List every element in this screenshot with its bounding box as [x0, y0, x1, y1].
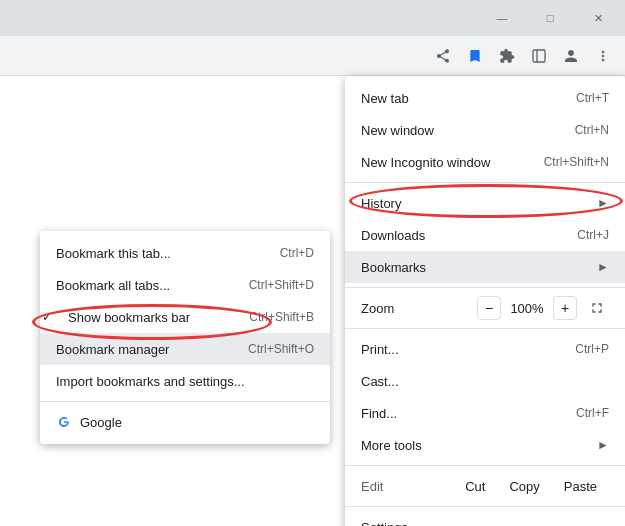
menu-item-new-window[interactable]: New window Ctrl+N: [345, 114, 625, 146]
sidebar-item-bookmark-tab[interactable]: Bookmark this tab... Ctrl+D: [40, 237, 330, 269]
settings-label: Settings: [361, 520, 609, 527]
zoom-label: Zoom: [361, 301, 469, 316]
bookmark-tab-label: Bookmark this tab...: [56, 246, 248, 261]
google-icon: [56, 414, 72, 430]
minimize-button[interactable]: —: [479, 0, 525, 36]
downloads-shortcut: Ctrl+J: [577, 228, 609, 242]
incognito-shortcut: Ctrl+Shift+N: [544, 155, 609, 169]
bookmark-all-label: Bookmark all tabs...: [56, 278, 217, 293]
window-frame: — □ ✕: [0, 0, 625, 526]
menu-item-incognito[interactable]: New Incognito window Ctrl+Shift+N: [345, 146, 625, 178]
menu-item-cast[interactable]: Cast...: [345, 365, 625, 397]
avatar-icon[interactable]: [557, 42, 585, 70]
bookmark-star-icon[interactable]: [461, 42, 489, 70]
bookmarks-submenu: Bookmark this tab... Ctrl+D Bookmark all…: [40, 231, 330, 444]
zoom-out-button[interactable]: −: [477, 296, 501, 320]
sidebar-item-bookmark-all[interactable]: Bookmark all tabs... Ctrl+Shift+D: [40, 269, 330, 301]
edit-row: Edit Cut Copy Paste: [345, 470, 625, 502]
maximize-icon: □: [547, 12, 554, 24]
title-bar: — □ ✕: [0, 0, 625, 36]
bookmark-manager-shortcut: Ctrl+Shift+O: [248, 342, 314, 356]
svg-rect-0: [533, 50, 545, 62]
find-label: Find...: [361, 406, 576, 421]
sidebar-item-show-bar[interactable]: ✓ Show bookmarks bar Ctrl+Shift+B: [40, 301, 330, 333]
share-icon[interactable]: [429, 42, 457, 70]
new-window-shortcut: Ctrl+N: [575, 123, 609, 137]
sidebar-item-google[interactable]: Google: [40, 406, 330, 438]
maximize-button[interactable]: □: [527, 0, 573, 36]
new-tab-shortcut: Ctrl+T: [576, 91, 609, 105]
toolbar: [0, 36, 625, 76]
menu-icon[interactable]: [589, 42, 617, 70]
window-controls: — □ ✕: [479, 0, 621, 36]
menu-item-bookmarks[interactable]: Bookmarks ►: [345, 251, 625, 283]
downloads-label: Downloads: [361, 228, 577, 243]
history-arrow-icon: ►: [597, 196, 609, 210]
fullscreen-button[interactable]: [585, 296, 609, 320]
checkmark-icon: ✓: [42, 310, 52, 324]
divider-4: [345, 465, 625, 466]
sidebar-item-bookmark-manager[interactable]: Bookmark manager Ctrl+Shift+O: [40, 333, 330, 365]
main-content: Bookmark this tab... Ctrl+D Bookmark all…: [0, 76, 625, 526]
divider-3: [345, 328, 625, 329]
sidebar-item-import[interactable]: Import bookmarks and settings...: [40, 365, 330, 397]
bookmark-all-shortcut: Ctrl+Shift+D: [249, 278, 314, 292]
extension-icon[interactable]: [493, 42, 521, 70]
show-bar-label: Show bookmarks bar: [56, 310, 217, 325]
main-menu: New tab Ctrl+T New window Ctrl+N New Inc…: [345, 76, 625, 526]
print-label: Print...: [361, 342, 575, 357]
menu-item-history[interactable]: History ►: [345, 187, 625, 219]
show-bar-shortcut: Ctrl+Shift+B: [249, 310, 314, 324]
divider-1: [345, 182, 625, 183]
divider-5: [345, 506, 625, 507]
close-icon: ✕: [594, 12, 603, 25]
menu-item-new-tab[interactable]: New tab Ctrl+T: [345, 82, 625, 114]
sidebar-icon[interactable]: [525, 42, 553, 70]
cut-button[interactable]: Cut: [453, 477, 497, 496]
submenu-divider: [40, 401, 330, 402]
import-label: Import bookmarks and settings...: [56, 374, 314, 389]
menu-item-settings[interactable]: Settings: [345, 511, 625, 526]
paste-button[interactable]: Paste: [552, 477, 609, 496]
divider-2: [345, 287, 625, 288]
new-window-label: New window: [361, 123, 575, 138]
bookmarks-arrow-icon: ►: [597, 260, 609, 274]
more-tools-label: More tools: [361, 438, 589, 453]
zoom-value: 100%: [509, 301, 545, 316]
copy-button[interactable]: Copy: [497, 477, 551, 496]
zoom-in-button[interactable]: +: [553, 296, 577, 320]
menu-item-find[interactable]: Find... Ctrl+F: [345, 397, 625, 429]
menu-item-more-tools[interactable]: More tools ►: [345, 429, 625, 461]
incognito-label: New Incognito window: [361, 155, 544, 170]
history-label: History: [361, 196, 589, 211]
new-tab-label: New tab: [361, 91, 576, 106]
edit-label: Edit: [361, 479, 453, 494]
cast-label: Cast...: [361, 374, 609, 389]
more-tools-arrow-icon: ►: [597, 438, 609, 452]
close-button[interactable]: ✕: [575, 0, 621, 36]
print-shortcut: Ctrl+P: [575, 342, 609, 356]
menu-item-print[interactable]: Print... Ctrl+P: [345, 333, 625, 365]
find-shortcut: Ctrl+F: [576, 406, 609, 420]
menu-item-downloads[interactable]: Downloads Ctrl+J: [345, 219, 625, 251]
minimize-icon: —: [497, 12, 508, 24]
bookmarks-label: Bookmarks: [361, 260, 589, 275]
zoom-row: Zoom − 100% +: [345, 292, 625, 324]
google-label: Google: [80, 415, 314, 430]
bookmark-tab-shortcut: Ctrl+D: [280, 246, 314, 260]
bookmark-manager-label: Bookmark manager: [56, 342, 216, 357]
